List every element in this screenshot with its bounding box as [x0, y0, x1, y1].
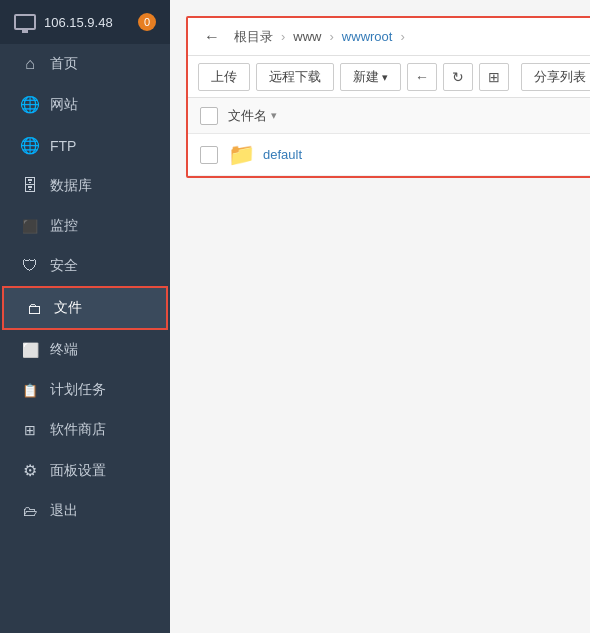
breadcrumb-back-button[interactable]: ← — [198, 26, 226, 48]
grid-view-button[interactable]: ⊞ — [479, 63, 509, 91]
monitor-nav-icon: ⬛ — [20, 219, 40, 234]
breadcrumb-wwwroot[interactable]: wwwroot — [338, 27, 397, 46]
sidebar-item-security[interactable]: 🛡 安全 — [0, 246, 170, 286]
sidebar-item-security-label: 安全 — [50, 257, 78, 275]
back-button[interactable]: ← — [407, 63, 437, 91]
sidebar-item-database-label: 数据库 — [50, 177, 92, 195]
sidebar-item-website-label: 网站 — [50, 96, 78, 114]
database-icon: 🗄 — [20, 177, 40, 195]
sidebar-item-database[interactable]: 🗄 数据库 — [0, 166, 170, 206]
home-icon — [20, 55, 40, 73]
sidebar-item-ftp-label: FTP — [50, 138, 76, 154]
toolbar: 上传 远程下载 新建 ← ↻ ⊞ 分享列表 — [188, 56, 590, 98]
shop-icon: ⊞ — [20, 422, 40, 438]
breadcrumb-sep-1: › — [281, 29, 285, 44]
shield-icon: 🛡 — [20, 257, 40, 275]
files-icon: 🗀 — [24, 300, 44, 317]
breadcrumb-sep-2: › — [330, 29, 334, 44]
file-panel: ← 根目录 › www › wwwroot › 上传 远程下载 新建 ← ↻ ⊞… — [186, 16, 590, 178]
sidebar-header: 106.15.9.48 0 — [0, 0, 170, 44]
table-row: 📁 default — [188, 134, 590, 176]
sidebar-item-home[interactable]: 首页 — [0, 44, 170, 84]
sidebar-item-monitor-label: 监控 — [50, 217, 78, 235]
sidebar-item-home-label: 首页 — [50, 55, 78, 73]
remote-download-button[interactable]: 远程下载 — [256, 63, 334, 91]
monitor-icon — [14, 14, 36, 30]
breadcrumb-bar: ← 根目录 › www › wwwroot › — [188, 18, 590, 56]
sidebar: 106.15.9.48 0 首页 🌐 网站 🌐 FTP 🗄 数据库 ⬛ 监控 🛡… — [0, 0, 170, 633]
sidebar-item-terminal-label: 终端 — [50, 341, 78, 359]
settings-icon: ⚙ — [20, 461, 40, 480]
column-name: 文件名 ▾ — [228, 107, 277, 125]
sidebar-item-website[interactable]: 🌐 网站 — [0, 84, 170, 125]
sidebar-item-ftp[interactable]: 🌐 FTP — [0, 125, 170, 166]
breadcrumb-www[interactable]: www — [289, 27, 325, 46]
sidebar-item-tasks-label: 计划任务 — [50, 381, 106, 399]
sidebar-item-settings-label: 面板设置 — [50, 462, 106, 480]
select-all-checkbox[interactable] — [200, 107, 218, 125]
sidebar-item-tasks[interactable]: 📋 计划任务 — [0, 370, 170, 410]
file-list-header: 文件名 ▾ — [188, 98, 590, 134]
sidebar-item-files-label: 文件 — [54, 299, 82, 317]
exit-icon: 🗁 — [20, 503, 40, 519]
share-list-button[interactable]: 分享列表 — [521, 63, 590, 91]
sort-arrow-icon: ▾ — [271, 109, 277, 122]
ftp-icon: 🌐 — [20, 136, 40, 155]
breadcrumb-root[interactable]: 根目录 — [230, 26, 277, 48]
tasks-icon: 📋 — [20, 383, 40, 398]
sidebar-item-exit-label: 退出 — [50, 502, 78, 520]
sidebar-item-monitor[interactable]: ⬛ 监控 — [0, 206, 170, 246]
sidebar-item-terminal[interactable]: ⬜ 终端 — [0, 330, 170, 370]
folder-icon: 📁 — [228, 144, 255, 166]
terminal-icon: ⬜ — [20, 342, 40, 358]
sidebar-item-settings[interactable]: ⚙ 面板设置 — [0, 450, 170, 491]
refresh-button[interactable]: ↻ — [443, 63, 473, 91]
notification-badge: 0 — [138, 13, 156, 31]
sidebar-item-exit[interactable]: 🗁 退出 — [0, 491, 170, 531]
server-ip: 106.15.9.48 — [44, 15, 113, 30]
sidebar-item-files[interactable]: 🗀 文件 — [2, 286, 168, 330]
sidebar-item-shop[interactable]: ⊞ 软件商店 — [0, 410, 170, 450]
globe-icon: 🌐 — [20, 95, 40, 114]
file-name[interactable]: default — [263, 147, 302, 162]
new-button[interactable]: 新建 — [340, 63, 401, 91]
main-content: ← 根目录 › www › wwwroot › 上传 远程下载 新建 ← ↻ ⊞… — [170, 0, 590, 633]
file-checkbox[interactable] — [200, 146, 218, 164]
upload-button[interactable]: 上传 — [198, 63, 250, 91]
breadcrumb-end: › — [400, 29, 404, 44]
sidebar-item-shop-label: 软件商店 — [50, 421, 106, 439]
